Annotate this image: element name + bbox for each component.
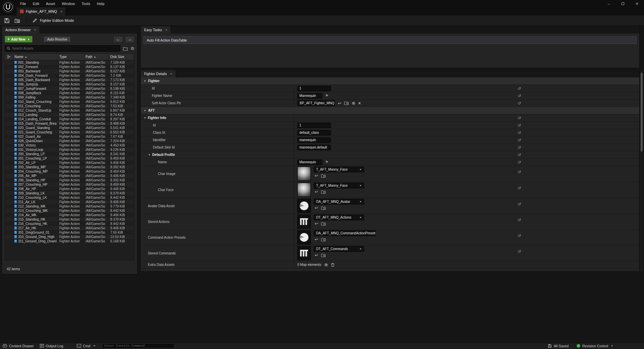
category-fighter[interactable]: ▼ Fighter	[141, 77, 639, 85]
avatar-data-asset-dropdown[interactable]: DA_AFT_MNQ_Avatar ▼	[314, 199, 364, 205]
table-row[interactable]: 009_Falling Fighter Action /All/Game/So …	[5, 95, 134, 100]
table-row[interactable]: 213_Crouching_MK Fighter Action /All/Gam…	[5, 209, 134, 213]
table-row[interactable]: 211_Air_LK Fighter Action /All/Game/So 9…	[5, 200, 134, 204]
table-row[interactable]: 007_JumpForward Fighter Action /All/Game…	[5, 86, 134, 91]
use-selected-asset-icon[interactable]: ↩	[315, 174, 318, 178]
menu-file[interactable]: File	[17, 0, 30, 7]
reset-to-default-icon[interactable]: ↺	[518, 170, 521, 174]
name-value-splitter[interactable]	[294, 136, 294, 143]
name-value-splitter[interactable]	[294, 122, 294, 129]
char-face-asset-dropdown[interactable]: T_AFT_Manny_Face ▼	[314, 183, 364, 188]
close-icon[interactable]: ×	[165, 28, 167, 32]
browse-to-asset-icon[interactable]	[321, 190, 326, 194]
menu-tools[interactable]: Tools	[78, 0, 94, 7]
name-value-splitter[interactable]	[294, 114, 294, 121]
revision-control-button[interactable]: ✓ Revision Control ▼	[577, 344, 613, 348]
name-value-splitter[interactable]	[294, 100, 294, 107]
name-value-splitter[interactable]	[294, 151, 294, 158]
tab-fighter-aft-mnq[interactable]: Fighter_AFT_MNQ ×	[16, 7, 66, 15]
name-value-splitter[interactable]	[294, 261, 294, 268]
reset-to-default-icon[interactable]: ↺	[518, 234, 521, 238]
name-value-splitter[interactable]	[294, 129, 294, 136]
name-value-splitter[interactable]	[294, 85, 294, 92]
browse-to-asset-button[interactable]	[14, 18, 20, 23]
table-row[interactable]: 201_Crouching_LP Fighter Action /All/Gam…	[5, 156, 134, 161]
table-row[interactable]: 028_QuickDown Fighter Action /All/Game/S…	[5, 139, 134, 143]
stored-commands-thumbnail[interactable]	[297, 246, 311, 260]
char-image-asset-dropdown[interactable]: T_AFT_Manny_Face ▼	[314, 167, 364, 172]
close-icon[interactable]: ×	[60, 9, 62, 13]
browse-to-asset-icon[interactable]	[344, 101, 349, 105]
use-selected-asset-icon[interactable]: ↩	[315, 190, 318, 194]
id-input[interactable]	[297, 86, 331, 91]
fighter-edition-mode-button[interactable]: Fighter Edition Mode	[33, 18, 74, 23]
command-action-presets-dropdown[interactable]: DA_AFT_MNQ_CommandActionPresets ▼	[314, 230, 376, 236]
browse-to-asset-icon[interactable]	[321, 253, 326, 257]
tab-easy-tasks[interactable]: Easy Tasks ×	[141, 26, 171, 34]
table-row[interactable]: 003_Backward Fighter Action /All/Game/So…	[5, 69, 134, 73]
reset-to-default-icon[interactable]: ↺	[518, 86, 521, 91]
table-row[interactable]: 212_Standing_MK Fighter Action /All/Game…	[5, 204, 134, 209]
table-row[interactable]: 203_Standing_MP Fighter Action /All/Game…	[5, 165, 134, 169]
column-header-path[interactable]: Path▲	[84, 54, 109, 60]
column-header-disk-size[interactable]: Disk Size	[109, 54, 134, 60]
use-selected-asset-icon[interactable]: ↩	[315, 206, 318, 210]
category-aft[interactable]: ▼ AFT	[141, 107, 639, 114]
table-row[interactable]: 008_JumpBack Fighter Action /All/Game/So…	[5, 91, 134, 95]
browse-to-asset-icon[interactable]	[321, 238, 326, 241]
use-selected-asset-icon[interactable]: ↩	[315, 237, 318, 241]
output-log-button[interactable]: Output Log	[40, 344, 63, 348]
close-icon[interactable]: ×	[170, 72, 172, 76]
use-selected-asset-icon[interactable]: ↩	[315, 253, 318, 257]
table-row[interactable]: 311_Ground_Dmg_Downl Fighter Action /All…	[5, 239, 134, 243]
class-id-input[interactable]	[297, 130, 331, 135]
fighter-name-input[interactable]	[297, 93, 322, 99]
reset-to-default-icon[interactable]: ↺	[518, 94, 521, 98]
close-button[interactable]: ✕	[630, 0, 644, 7]
table-row[interactable]: 001_Standing Fighter Action /All/Game/So…	[5, 60, 134, 65]
identifier-input[interactable]	[297, 137, 331, 143]
table-row[interactable]: 217_Air_HK Fighter Action /All/Game/So 9…	[5, 226, 134, 230]
tab-actions-browser[interactable]: Actions Browser ×	[2, 26, 40, 34]
table-row[interactable]: 004_Dash_Forward Fighter Action /All/Gam…	[5, 73, 134, 78]
table-row[interactable]: 204_Crouching_MP Fighter Action /All/Gam…	[5, 169, 134, 174]
table-row[interactable]: 202_Air_LP Fighter Action /All/Game/So 9…	[5, 161, 134, 165]
table-row[interactable]: 301_DmgGround_01 Fighter Action /All/Gam…	[5, 230, 134, 235]
table-row[interactable]: 216_Crouching_HK Fighter Action /All/Gam…	[5, 222, 134, 226]
name-value-splitter[interactable]	[294, 144, 294, 151]
soft-actor-class-dropdown[interactable]: BP_AFT_Fighter_MNQ ▼	[297, 100, 335, 106]
name-value-splitter[interactable]	[294, 198, 294, 214]
cmd-selector[interactable]: Cmd ▼	[77, 344, 96, 348]
name-value-splitter[interactable]	[294, 92, 294, 99]
menu-asset[interactable]: Asset	[43, 0, 59, 7]
view-options-gear-icon[interactable]: ⚙	[130, 46, 134, 51]
add-new-button[interactable]: + Add New ▼	[5, 36, 33, 43]
table-row[interactable]: 205_Air_MP Fighter Action /All/Game/So 9…	[5, 174, 134, 178]
reset-to-default-icon[interactable]: ↺	[518, 123, 521, 127]
name-value-splitter[interactable]	[294, 159, 294, 166]
reset-to-default-icon[interactable]: ↺	[518, 138, 521, 142]
table-row[interactable]: 207_Crouching_HP Fighter Action /All/Gam…	[5, 182, 134, 187]
stored-actions-thumbnail[interactable]	[297, 215, 311, 229]
name-value-splitter[interactable]	[294, 214, 294, 229]
table-row[interactable]: 020_Guard_Standing Fighter Action /All/G…	[5, 126, 134, 130]
column-header-type[interactable]: Type	[58, 54, 84, 60]
table-row[interactable]: 200_Standing_LP Fighter Action /All/Game…	[5, 152, 134, 156]
reset-to-default-icon[interactable]: ↺	[518, 218, 521, 222]
details-scrollbar-track[interactable]	[640, 70, 643, 271]
table-row[interactable]: 015_Dash_Forward_Brea Fighter Action /Al…	[5, 121, 134, 126]
table-row[interactable]: 005_Dash_Backward Fighter Action /All/Ga…	[5, 78, 134, 82]
table-row[interactable]: 209_Standing_LK Fighter Action /All/Game…	[5, 191, 134, 195]
reset-to-default-icon[interactable]: ↺	[518, 146, 521, 150]
table-row[interactable]: 014_Landing_Conduit Fighter Action /All/…	[5, 117, 134, 121]
browse-to-asset-icon[interactable]	[321, 174, 326, 178]
stored-actions-dropdown[interactable]: DT_AFT_MNQ_Actions ▼	[314, 215, 364, 220]
reset-to-default-icon[interactable]: ↺	[518, 153, 521, 157]
table-row[interactable]: 214_Air_MK Fighter Action /All/Game/So 9…	[5, 213, 134, 217]
property-row-fighter-info[interactable]: ▼Fighter Info ↺	[141, 114, 639, 122]
char-image-thumbnail[interactable]	[297, 167, 311, 181]
profile-name-input[interactable]	[297, 160, 322, 165]
menu-window[interactable]: Window	[58, 0, 78, 7]
details-scrollbar-thumb[interactable]	[641, 73, 643, 152]
reset-to-default-icon[interactable]: ↺	[518, 131, 521, 135]
